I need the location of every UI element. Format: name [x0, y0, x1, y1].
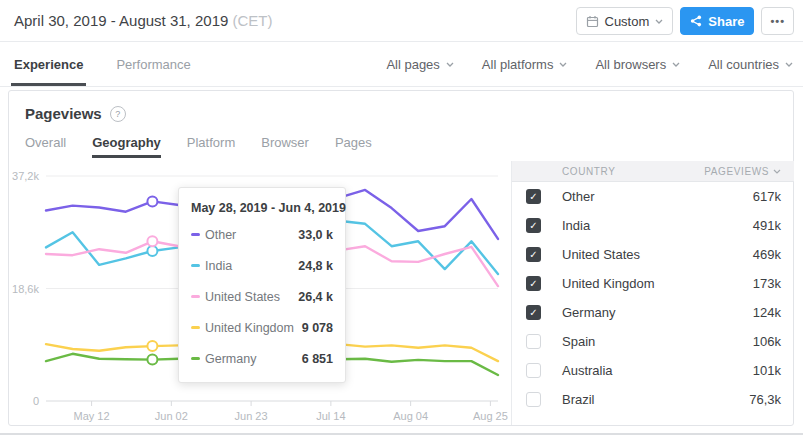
table-header: COUNTRY PAGEVIEWS [512, 161, 794, 182]
tooltip-row: India24,8 k [191, 250, 333, 281]
share-icon [690, 15, 702, 27]
panel-title: Pageviews [25, 105, 102, 122]
sort-chevron-down-icon [773, 169, 781, 174]
tooltip-series-label: India [205, 259, 232, 273]
tooltip-series-label: Germany [205, 352, 256, 366]
tooltip-series-value: 24,8 k [294, 259, 333, 273]
country-label: Germany [562, 305, 615, 320]
filter-all-countries-label: All countries [708, 57, 779, 72]
series-swatch-icon [191, 264, 200, 267]
pageviews-panel: Pageviews ? Overall Geography Platform B… [8, 90, 794, 426]
top-bar: April 30, 2019 - August 31, 2019 (CET) C… [0, 0, 803, 42]
tooltip-row: Other33,0 k [191, 219, 333, 250]
pageviews-value: 76,3k [749, 392, 781, 407]
row-checkbox-checked[interactable]: ✓ [526, 305, 541, 320]
pageviews-value: 491k [753, 218, 781, 233]
filter-all-pages[interactable]: All pages [386, 57, 453, 72]
more-options-icon: ••• [770, 15, 785, 27]
share-button[interactable]: Share [680, 7, 754, 35]
filter-all-countries[interactable]: All countries [708, 57, 793, 72]
series-swatch-icon [191, 295, 200, 298]
filter-all-browsers-label: All browsers [595, 57, 666, 72]
table-row: ✓Australia101k [512, 356, 794, 385]
x-tick-label: Jul 14 [316, 410, 345, 422]
tab-performance[interactable]: Performance [116, 42, 190, 86]
pageviews-value: 173k [753, 276, 781, 291]
custom-date-button[interactable]: Custom [576, 7, 674, 35]
analytics-dashboard: April 30, 2019 - August 31, 2019 (CET) C… [0, 0, 803, 436]
more-options-button[interactable]: ••• [761, 7, 794, 35]
filter-bar: All pages All platforms All browsers All… [386, 42, 793, 86]
help-icon[interactable]: ? [110, 106, 126, 122]
timezone-label: (CET) [233, 12, 273, 29]
country-label: United Kingdom [562, 276, 655, 291]
hover-point-united-kingdom[interactable] [147, 341, 157, 351]
series-swatch-icon [191, 233, 200, 236]
pageviews-value: 106k [753, 334, 781, 349]
y-tick-label: 0 [33, 395, 39, 407]
row-checkbox-checked[interactable]: ✓ [526, 247, 541, 262]
row-checkbox-checked[interactable]: ✓ [526, 189, 541, 204]
hover-point-india[interactable] [147, 246, 157, 256]
tab-pages[interactable]: Pages [335, 135, 372, 158]
tab-overall[interactable]: Overall [25, 135, 66, 158]
country-label: Australia [562, 363, 613, 378]
panel-title-row: Pageviews ? [25, 105, 126, 122]
tooltip-row: United Kingdom9 078 [191, 312, 333, 343]
column-header-pageviews-label: PAGEVIEWS [704, 166, 769, 177]
hover-point-germany[interactable] [147, 355, 157, 365]
x-tick-label: Jun 02 [155, 410, 188, 422]
series-swatch-icon [191, 326, 200, 329]
tooltip-series-label: United States [205, 290, 280, 304]
tooltip-series-label: United Kingdom [205, 321, 294, 335]
tab-experience-label: Experience [14, 57, 83, 72]
date-range-text: April 30, 2019 - August 31, 2019 [14, 12, 228, 29]
pageviews-value: 469k [753, 247, 781, 262]
custom-button-label: Custom [605, 14, 650, 29]
chevron-down-icon [785, 62, 793, 67]
tooltip-series-label: Other [205, 228, 236, 242]
tab-browser[interactable]: Browser [261, 135, 309, 158]
filter-all-platforms-label: All platforms [482, 57, 554, 72]
table-row: ✓Germany124k [512, 298, 794, 327]
y-tick-label: 18,6k [12, 283, 39, 295]
tab-platform[interactable]: Platform [187, 135, 235, 158]
table-row: ✓United Kingdom173k [512, 269, 794, 298]
hover-point-other[interactable] [147, 196, 157, 206]
filter-all-browsers[interactable]: All browsers [595, 57, 680, 72]
chevron-down-icon [672, 62, 680, 67]
y-tick-label: 37,2k [12, 170, 39, 182]
sub-nav: Experience Performance All pages All pla… [0, 42, 803, 87]
chevron-down-icon [655, 19, 663, 24]
x-tick-label: Aug 04 [393, 410, 428, 422]
row-checkbox-unchecked[interactable]: ✓ [526, 363, 541, 378]
tab-performance-label: Performance [116, 57, 190, 72]
row-checkbox-unchecked[interactable]: ✓ [526, 392, 541, 407]
main-tabs: Experience Performance [14, 42, 191, 86]
x-tick-label: May 12 [74, 410, 110, 422]
tooltip-series-value: 26,4 k [294, 290, 333, 304]
tooltip-rows: Other33,0 kIndia24,8 kUnited States26,4 … [191, 219, 333, 374]
country-label: India [562, 218, 590, 233]
country-label: United States [562, 247, 640, 262]
x-tick-label: Aug 25 [473, 410, 508, 422]
table-rows: ✓Other617k✓India491k✓United States469k✓U… [512, 182, 794, 414]
chevron-down-icon [559, 62, 567, 67]
filter-all-platforms[interactable]: All platforms [482, 57, 568, 72]
row-checkbox-checked[interactable]: ✓ [526, 218, 541, 233]
pageviews-value: 617k [753, 189, 781, 204]
table-row: ✓Brazil76,3k [512, 385, 794, 414]
column-header-country[interactable]: COUNTRY [562, 166, 615, 177]
row-checkbox-checked[interactable]: ✓ [526, 276, 541, 291]
hover-point-united-states[interactable] [147, 236, 157, 246]
table-row: ✓India491k [512, 211, 794, 240]
column-header-pageviews[interactable]: PAGEVIEWS [704, 166, 781, 177]
row-checkbox-unchecked[interactable]: ✓ [526, 334, 541, 349]
tab-experience[interactable]: Experience [14, 42, 83, 86]
filter-all-pages-label: All pages [386, 57, 439, 72]
country-table: COUNTRY PAGEVIEWS ✓Other617k✓India491k✓U… [511, 161, 794, 425]
tooltip-series-value: 6 851 [298, 352, 333, 366]
calendar-icon [586, 15, 599, 28]
pageviews-value: 124k [753, 305, 781, 320]
tab-geography[interactable]: Geography [92, 135, 161, 158]
